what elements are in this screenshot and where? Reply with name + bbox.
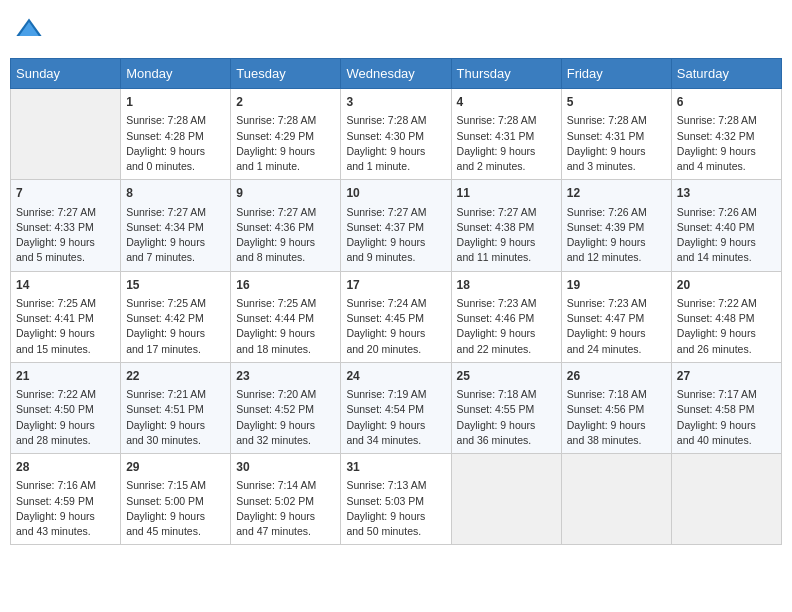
day-info: Sunrise: 7:28 AMSunset: 4:31 PMDaylight:… bbox=[457, 113, 556, 174]
day-number: 5 bbox=[567, 94, 666, 111]
day-info: Sunrise: 7:15 AMSunset: 5:00 PMDaylight:… bbox=[126, 478, 225, 539]
header-cell-sunday: Sunday bbox=[11, 59, 121, 89]
day-info: Sunrise: 7:27 AMSunset: 4:36 PMDaylight:… bbox=[236, 205, 335, 266]
day-number: 14 bbox=[16, 277, 115, 294]
day-cell: 25Sunrise: 7:18 AMSunset: 4:55 PMDayligh… bbox=[451, 362, 561, 453]
week-row-2: 14Sunrise: 7:25 AMSunset: 4:41 PMDayligh… bbox=[11, 271, 782, 362]
day-cell: 10Sunrise: 7:27 AMSunset: 4:37 PMDayligh… bbox=[341, 180, 451, 271]
day-cell: 30Sunrise: 7:14 AMSunset: 5:02 PMDayligh… bbox=[231, 454, 341, 545]
day-cell: 26Sunrise: 7:18 AMSunset: 4:56 PMDayligh… bbox=[561, 362, 671, 453]
day-number: 12 bbox=[567, 185, 666, 202]
day-info: Sunrise: 7:22 AMSunset: 4:48 PMDaylight:… bbox=[677, 296, 776, 357]
day-cell bbox=[11, 89, 121, 180]
day-info: Sunrise: 7:23 AMSunset: 4:46 PMDaylight:… bbox=[457, 296, 556, 357]
day-number: 27 bbox=[677, 368, 776, 385]
page-header bbox=[10, 10, 782, 48]
day-number: 21 bbox=[16, 368, 115, 385]
day-cell: 13Sunrise: 7:26 AMSunset: 4:40 PMDayligh… bbox=[671, 180, 781, 271]
day-number: 16 bbox=[236, 277, 335, 294]
calendar-header: SundayMondayTuesdayWednesdayThursdayFrid… bbox=[11, 59, 782, 89]
header-row: SundayMondayTuesdayWednesdayThursdayFrid… bbox=[11, 59, 782, 89]
day-info: Sunrise: 7:20 AMSunset: 4:52 PMDaylight:… bbox=[236, 387, 335, 448]
day-number: 22 bbox=[126, 368, 225, 385]
day-cell: 5Sunrise: 7:28 AMSunset: 4:31 PMDaylight… bbox=[561, 89, 671, 180]
day-cell bbox=[451, 454, 561, 545]
day-number: 25 bbox=[457, 368, 556, 385]
day-cell: 16Sunrise: 7:25 AMSunset: 4:44 PMDayligh… bbox=[231, 271, 341, 362]
day-number: 17 bbox=[346, 277, 445, 294]
day-cell: 27Sunrise: 7:17 AMSunset: 4:58 PMDayligh… bbox=[671, 362, 781, 453]
day-cell bbox=[561, 454, 671, 545]
calendar-body: 1Sunrise: 7:28 AMSunset: 4:28 PMDaylight… bbox=[11, 89, 782, 545]
day-info: Sunrise: 7:26 AMSunset: 4:39 PMDaylight:… bbox=[567, 205, 666, 266]
day-cell: 14Sunrise: 7:25 AMSunset: 4:41 PMDayligh… bbox=[11, 271, 121, 362]
day-cell: 8Sunrise: 7:27 AMSunset: 4:34 PMDaylight… bbox=[121, 180, 231, 271]
day-info: Sunrise: 7:14 AMSunset: 5:02 PMDaylight:… bbox=[236, 478, 335, 539]
day-cell: 11Sunrise: 7:27 AMSunset: 4:38 PMDayligh… bbox=[451, 180, 561, 271]
day-number: 24 bbox=[346, 368, 445, 385]
day-cell: 31Sunrise: 7:13 AMSunset: 5:03 PMDayligh… bbox=[341, 454, 451, 545]
day-info: Sunrise: 7:13 AMSunset: 5:03 PMDaylight:… bbox=[346, 478, 445, 539]
day-number: 11 bbox=[457, 185, 556, 202]
header-cell-monday: Monday bbox=[121, 59, 231, 89]
logo-icon bbox=[15, 15, 43, 43]
day-cell: 6Sunrise: 7:28 AMSunset: 4:32 PMDaylight… bbox=[671, 89, 781, 180]
day-cell: 2Sunrise: 7:28 AMSunset: 4:29 PMDaylight… bbox=[231, 89, 341, 180]
day-info: Sunrise: 7:26 AMSunset: 4:40 PMDaylight:… bbox=[677, 205, 776, 266]
day-number: 18 bbox=[457, 277, 556, 294]
day-number: 28 bbox=[16, 459, 115, 476]
week-row-1: 7Sunrise: 7:27 AMSunset: 4:33 PMDaylight… bbox=[11, 180, 782, 271]
week-row-3: 21Sunrise: 7:22 AMSunset: 4:50 PMDayligh… bbox=[11, 362, 782, 453]
day-info: Sunrise: 7:28 AMSunset: 4:32 PMDaylight:… bbox=[677, 113, 776, 174]
day-cell: 19Sunrise: 7:23 AMSunset: 4:47 PMDayligh… bbox=[561, 271, 671, 362]
day-info: Sunrise: 7:27 AMSunset: 4:33 PMDaylight:… bbox=[16, 205, 115, 266]
day-info: Sunrise: 7:19 AMSunset: 4:54 PMDaylight:… bbox=[346, 387, 445, 448]
day-number: 9 bbox=[236, 185, 335, 202]
day-info: Sunrise: 7:28 AMSunset: 4:31 PMDaylight:… bbox=[567, 113, 666, 174]
day-cell: 18Sunrise: 7:23 AMSunset: 4:46 PMDayligh… bbox=[451, 271, 561, 362]
week-row-0: 1Sunrise: 7:28 AMSunset: 4:28 PMDaylight… bbox=[11, 89, 782, 180]
header-cell-tuesday: Tuesday bbox=[231, 59, 341, 89]
day-number: 7 bbox=[16, 185, 115, 202]
day-info: Sunrise: 7:28 AMSunset: 4:28 PMDaylight:… bbox=[126, 113, 225, 174]
day-info: Sunrise: 7:18 AMSunset: 4:56 PMDaylight:… bbox=[567, 387, 666, 448]
header-cell-thursday: Thursday bbox=[451, 59, 561, 89]
day-number: 8 bbox=[126, 185, 225, 202]
calendar-table: SundayMondayTuesdayWednesdayThursdayFrid… bbox=[10, 58, 782, 545]
day-info: Sunrise: 7:28 AMSunset: 4:29 PMDaylight:… bbox=[236, 113, 335, 174]
header-cell-saturday: Saturday bbox=[671, 59, 781, 89]
day-info: Sunrise: 7:24 AMSunset: 4:45 PMDaylight:… bbox=[346, 296, 445, 357]
day-number: 19 bbox=[567, 277, 666, 294]
day-info: Sunrise: 7:25 AMSunset: 4:41 PMDaylight:… bbox=[16, 296, 115, 357]
day-cell: 23Sunrise: 7:20 AMSunset: 4:52 PMDayligh… bbox=[231, 362, 341, 453]
day-cell: 4Sunrise: 7:28 AMSunset: 4:31 PMDaylight… bbox=[451, 89, 561, 180]
day-cell: 9Sunrise: 7:27 AMSunset: 4:36 PMDaylight… bbox=[231, 180, 341, 271]
day-info: Sunrise: 7:16 AMSunset: 4:59 PMDaylight:… bbox=[16, 478, 115, 539]
day-info: Sunrise: 7:25 AMSunset: 4:42 PMDaylight:… bbox=[126, 296, 225, 357]
day-number: 13 bbox=[677, 185, 776, 202]
day-cell: 17Sunrise: 7:24 AMSunset: 4:45 PMDayligh… bbox=[341, 271, 451, 362]
day-number: 26 bbox=[567, 368, 666, 385]
day-info: Sunrise: 7:21 AMSunset: 4:51 PMDaylight:… bbox=[126, 387, 225, 448]
day-cell bbox=[671, 454, 781, 545]
day-info: Sunrise: 7:17 AMSunset: 4:58 PMDaylight:… bbox=[677, 387, 776, 448]
day-number: 2 bbox=[236, 94, 335, 111]
day-cell: 29Sunrise: 7:15 AMSunset: 5:00 PMDayligh… bbox=[121, 454, 231, 545]
week-row-4: 28Sunrise: 7:16 AMSunset: 4:59 PMDayligh… bbox=[11, 454, 782, 545]
day-number: 30 bbox=[236, 459, 335, 476]
day-info: Sunrise: 7:27 AMSunset: 4:37 PMDaylight:… bbox=[346, 205, 445, 266]
day-info: Sunrise: 7:23 AMSunset: 4:47 PMDaylight:… bbox=[567, 296, 666, 357]
day-number: 31 bbox=[346, 459, 445, 476]
day-cell: 20Sunrise: 7:22 AMSunset: 4:48 PMDayligh… bbox=[671, 271, 781, 362]
day-number: 1 bbox=[126, 94, 225, 111]
day-number: 10 bbox=[346, 185, 445, 202]
day-info: Sunrise: 7:25 AMSunset: 4:44 PMDaylight:… bbox=[236, 296, 335, 357]
day-cell: 1Sunrise: 7:28 AMSunset: 4:28 PMDaylight… bbox=[121, 89, 231, 180]
day-number: 4 bbox=[457, 94, 556, 111]
day-number: 6 bbox=[677, 94, 776, 111]
day-info: Sunrise: 7:27 AMSunset: 4:38 PMDaylight:… bbox=[457, 205, 556, 266]
day-info: Sunrise: 7:18 AMSunset: 4:55 PMDaylight:… bbox=[457, 387, 556, 448]
day-cell: 3Sunrise: 7:28 AMSunset: 4:30 PMDaylight… bbox=[341, 89, 451, 180]
day-info: Sunrise: 7:27 AMSunset: 4:34 PMDaylight:… bbox=[126, 205, 225, 266]
day-number: 15 bbox=[126, 277, 225, 294]
